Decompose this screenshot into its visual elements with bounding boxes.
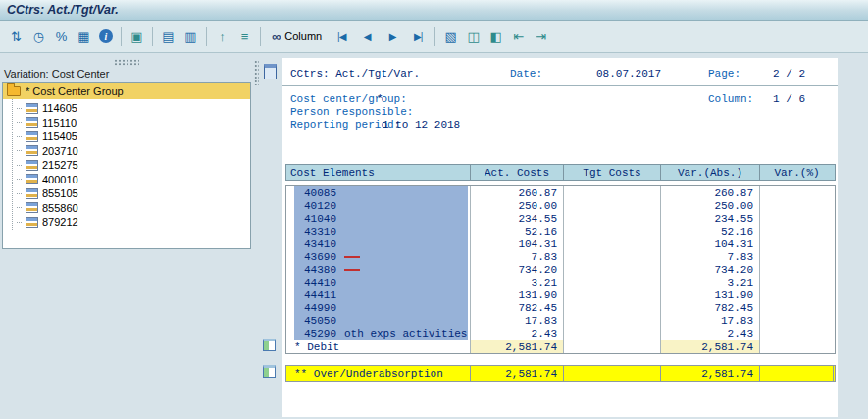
report-area: CCtrs: Act./Tgt/Var. Date: 08.07.2017 Pa… [260,55,868,419]
tree-item-215275[interactable]: 215275 [17,158,250,173]
filter-icon[interactable]: ≡ [234,26,255,47]
report-header-icon[interactable] [264,64,277,79]
change-layout-icon[interactable]: ▧ [440,26,461,47]
var-pct-cell [760,225,834,237]
selection-highlight: 40085 [294,186,468,199]
cost-center-icon [26,188,38,199]
col-header-var-pct[interactable]: Var.(%) [760,165,834,180]
cost-element-number: 43410 [294,238,336,250]
table-row[interactable]: 45290oth exps activities 2.43 2.43 [286,327,835,340]
var-pct-cell [760,186,834,199]
act-costs-cell: 17.83 [471,314,564,327]
toolbar-separator [260,27,261,46]
table-row[interactable]: 44380 734.20 734.20 [286,263,835,276]
collapse-hierarchy-icon[interactable]: ◧ [485,26,506,47]
tree-item-400010[interactable]: 400010 [17,173,250,187]
tgt-costs-cell [564,276,661,288]
act-costs-cell: 260.87 [471,186,564,199]
table-row[interactable]: 43310 52.16 52.16 [286,225,835,237]
table-row[interactable]: 45050 17.83 17.83 [286,314,835,327]
cost-element-number: 43310 [294,226,336,237]
nav-prev-icon[interactable]: ◀ [355,26,379,47]
cost-element-number: 44410 [294,277,336,288]
col-header-act-costs[interactable]: Act. Costs [471,165,564,180]
tree-item-115110[interactable]: 115110 [17,116,250,131]
debit-row[interactable]: * Debit 2,581.74 2,581.74 [286,340,835,353]
debit-drilldown-icon[interactable] [263,339,276,351]
selection-highlight: 40120 [294,199,468,212]
cost-element-number: 40085 [294,187,336,199]
nav-last-icon[interactable]: ▶| [406,26,430,47]
info-icon[interactable]: i [99,29,113,43]
var-abs-cell: 234.55 [661,212,760,225]
table-row[interactable]: 43690 7.83 7.83 [286,250,835,263]
table-row[interactable]: 44411 131.90 131.90 [286,288,835,301]
table-row[interactable]: 44410 3.21 3.21 [286,276,835,288]
act-costs-cell: 52.16 [471,225,564,237]
table-row[interactable]: 43410 104.31 104.31 [286,237,835,250]
tree-item-203710[interactable]: 203710 [17,144,250,159]
selection-highlight: 41040 [294,212,468,225]
cost-element-number: 45290 [294,328,336,340]
col-header-tgt-costs[interactable]: Tgt Costs [564,165,661,180]
call-report-icon[interactable]: ▥ [180,26,201,47]
total-drilldown-icon[interactable] [263,365,276,378]
selection-highlight: 45290oth exps activities [294,327,468,340]
cost-element-name: oth exps activities [344,328,467,340]
sort-ascending-icon[interactable]: ↑ [212,26,232,47]
tgt-costs-cell [564,250,661,263]
var-abs-cell: 131.90 [661,288,760,301]
cost-element-number: 44380 [294,264,336,276]
var-pct-cell [760,199,834,212]
red-mark [344,269,360,271]
window-title: CCtrs: Act./Tgt/Var. [7,3,119,17]
act-costs-cell: 104.31 [471,237,564,250]
cost-element-number: 44990 [294,302,336,314]
table-row[interactable]: 40085 260.87 260.87 [286,186,835,199]
choose-report-icon[interactable]: ▤ [158,26,179,47]
var-pct-cell [760,314,834,327]
detail-list-icon[interactable]: ▦ [74,26,94,47]
tree-item-855105[interactable]: 855105 [17,186,250,201]
variation-icon[interactable]: ⇅ [6,26,26,47]
total-label: ** Over/Underabsorption [286,366,471,381]
table-row[interactable]: 44990 782.45 782.45 [286,301,835,314]
cost-element-number: 40120 [294,200,336,212]
cost-element-number: 43690 [294,251,336,263]
selection-highlight: 44380 [294,263,468,276]
tree-item-115405[interactable]: 115405 [17,130,250,144]
total-var-pct [760,366,834,381]
cost-center-icon [26,145,38,156]
cost-center-icon [26,117,38,128]
percent-icon[interactable]: % [51,26,72,47]
tree-item-114605[interactable]: 114605 [17,101,250,116]
clock-icon[interactable]: ◷ [28,26,49,47]
tree-item-879212[interactable]: 879212 [17,215,250,230]
col-header-cost-elements[interactable]: Cost Elements [286,165,471,180]
var-pct-cell [760,250,834,263]
graphic-icon[interactable]: ▣ [127,26,147,47]
var-abs-cell: 250.00 [661,199,760,212]
panel-drag-handle[interactable] [114,59,139,66]
tree-item-855860[interactable]: 855860 [17,201,250,216]
cost-center-icon [26,131,38,142]
next-layer-icon[interactable]: ⇥ [531,26,551,47]
table-row[interactable]: 40120 250.00 250.00 [286,199,835,212]
act-costs-cell: 2.43 [471,327,564,340]
tree-item-label: 215275 [42,159,78,171]
debit-act-costs: 2,581.74 [471,340,564,353]
splitter-drag-handle[interactable] [254,60,259,85]
col-header-var-abs[interactable]: Var.(Abs.) [661,165,760,180]
nav-first-icon[interactable]: |◀ [330,26,353,47]
tree-root-cost-center-group[interactable]: * Cost Center Group [3,83,250,99]
column-button[interactable]: ∞ Column [265,27,329,46]
over-underabsorption-row[interactable]: ** Over/Underabsorption 2,581.74 2,581.7… [285,365,836,382]
panel-splitter[interactable] [253,55,260,419]
table-row[interactable]: 41040 234.55 234.55 [286,212,835,225]
selection-highlight: 44990 [294,301,468,314]
var-abs-cell: 260.87 [661,186,760,199]
nav-next-icon[interactable]: ▶ [381,26,404,47]
previous-layer-icon[interactable]: ⇤ [508,26,529,47]
expand-hierarchy-icon[interactable]: ◫ [463,26,484,47]
debit-tgt-costs [564,340,661,353]
